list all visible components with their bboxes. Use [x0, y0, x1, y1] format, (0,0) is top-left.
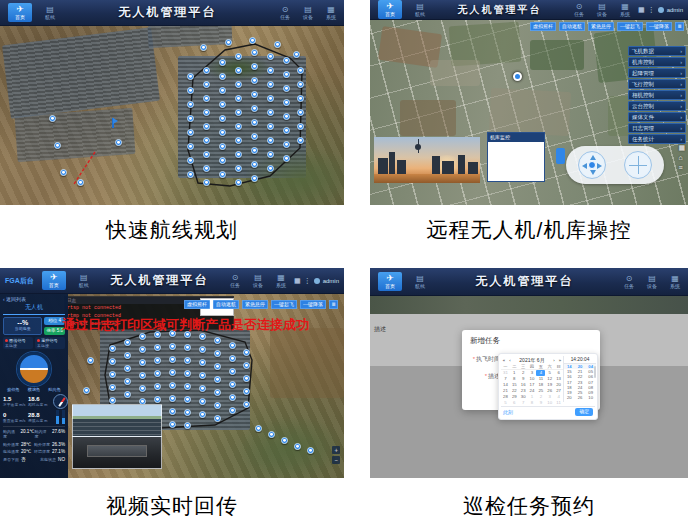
zoom-in-icon[interactable]: ＋: [332, 446, 340, 454]
grid-icon: ▤: [648, 275, 656, 283]
nav-devices[interactable]: ▤设备: [303, 6, 313, 20]
nav-home[interactable]: ✈首页: [42, 271, 66, 290]
nav-tasks[interactable]: ⊙任务: [230, 274, 240, 288]
nav-devices[interactable]: ▤设备: [647, 275, 657, 289]
gauge-bar: [62, 410, 65, 424]
nav-home[interactable]: ✈首页: [378, 0, 402, 19]
more-button[interactable]: ≣: [329, 300, 338, 309]
nav-routes[interactable]: ▤航线: [415, 275, 425, 289]
panel-live-video: FGA后台✈首页▤航线无人机管理平台⊙任务▤设备▦系统▦⋮admin 虚拟摇杆自…: [0, 268, 344, 478]
nav-home[interactable]: ✈首页: [378, 272, 402, 291]
arrow-down-icon[interactable]: [590, 170, 596, 175]
nav-tasks[interactable]: ⊙任务: [280, 6, 290, 20]
waypoint-marker: [251, 147, 258, 154]
menu-item[interactable]: 机库控制›: [628, 57, 686, 67]
waypoint-marker: [139, 385, 146, 392]
nav-routes[interactable]: ▤航线: [79, 274, 89, 288]
menu-item[interactable]: 任务统计›: [628, 134, 686, 144]
home-icon[interactable]: ⌂: [678, 154, 685, 161]
nav-system[interactable]: ▦系统: [670, 275, 680, 289]
map-action-button[interactable]: 一键起飞: [617, 22, 643, 31]
menu-item[interactable]: 飞机数据›: [628, 46, 686, 56]
user-menu[interactable]: ▦⋮admin: [638, 6, 683, 14]
map-action-button[interactable]: 紧急悬停: [242, 300, 268, 309]
nav-system[interactable]: ▦系统: [276, 274, 286, 288]
nav-system[interactable]: ▦系统: [620, 3, 630, 17]
menu-item[interactable]: 日志管理›: [628, 123, 686, 133]
map-action-button[interactable]: 一键降落: [300, 300, 326, 309]
menu-item[interactable]: 云台控制›: [628, 101, 686, 111]
nav-routes[interactable]: ▤航线: [415, 3, 425, 17]
waypoint-marker: [199, 372, 206, 379]
map-action-button[interactable]: 虚拟摇杆: [184, 300, 210, 309]
time-option[interactable]: 20: [564, 395, 575, 400]
waypoint-marker: [267, 81, 274, 88]
waypoint-marker: [154, 396, 161, 403]
list-icon[interactable]: ≡: [678, 164, 685, 171]
nav-home[interactable]: ✈首页: [8, 3, 32, 22]
picker-footer: 此刻 确定: [501, 406, 595, 417]
hangar-monitor-window[interactable]: 机库监控: [487, 132, 545, 182]
map-action-button[interactable]: 一键起飞: [271, 300, 297, 309]
map-patch: [400, 100, 456, 136]
gimbal-joystick[interactable]: [624, 151, 652, 179]
username: admin: [667, 7, 683, 13]
video-feed-aerial[interactable]: [72, 404, 162, 437]
waypoint-marker: [293, 51, 300, 58]
waypoint-marker: [54, 142, 61, 149]
stat-label: 相对高度 m: [28, 402, 51, 407]
waypoint-marker: [297, 67, 304, 74]
plane-icon: ✈: [386, 2, 394, 11]
map-action-button[interactable]: 紧急悬停: [588, 22, 614, 31]
nav-routes[interactable]: ▤航线: [45, 6, 55, 20]
direction-joystick[interactable]: [578, 151, 606, 179]
menu-item-label: 飞行控制: [632, 80, 654, 88]
nav-left: ✈首页▤航线: [42, 271, 89, 290]
menu-item-label: 相机控制: [632, 91, 654, 99]
calendar: « ‹ 2021年 6月 › » 一二三四五六日 311234567891011…: [501, 356, 563, 402]
attitude-label: 航向角: [48, 387, 61, 392]
nav-system[interactable]: ▦系统: [326, 6, 336, 20]
tab-drone[interactable]: 无人机: [3, 302, 65, 315]
scrollbar[interactable]: [594, 366, 596, 378]
map-action-button[interactable]: 一键降落: [646, 22, 672, 31]
video-feed-hangar[interactable]: [72, 437, 162, 469]
more-button[interactable]: ≣: [675, 22, 684, 31]
waypoint-marker: [139, 359, 146, 366]
waypoint-marker: [139, 346, 146, 353]
weekday-label: 二: [510, 364, 519, 369]
nav-devices[interactable]: ▤设备: [597, 3, 607, 17]
waypoint-marker: [267, 165, 274, 172]
plane-icon: ✈: [50, 273, 58, 282]
drone-camera-video[interactable]: [374, 137, 480, 183]
map-action-button[interactable]: 自动返航: [213, 300, 239, 309]
nav-tasks[interactable]: ⊙任务: [574, 3, 584, 17]
menu-item[interactable]: 飞行控制›: [628, 79, 686, 89]
waypoint-marker: [184, 383, 191, 390]
map-action-button[interactable]: 自动返航: [559, 22, 585, 31]
waypoint-marker: [77, 179, 84, 186]
waypoint-marker: [199, 346, 206, 353]
time-option[interactable]: 26: [575, 395, 586, 400]
waypoint-marker: [199, 411, 206, 418]
arrow-up-icon[interactable]: [590, 155, 596, 160]
now-link[interactable]: 此刻: [503, 409, 513, 415]
confirm-button[interactable]: 确定: [575, 408, 593, 416]
nav-tasks[interactable]: ⊙任务: [624, 275, 634, 289]
waypoint-marker: [229, 355, 236, 362]
arrow-right-icon[interactable]: [597, 163, 602, 169]
nav-devices[interactable]: ▤设备: [253, 274, 263, 288]
map-action-button[interactable]: 虚拟摇杆: [530, 22, 556, 31]
arrow-left-icon[interactable]: [582, 163, 587, 169]
joystick-center[interactable]: [588, 161, 596, 169]
time-option[interactable]: 10: [585, 395, 596, 400]
menu-item[interactable]: 相机控制›: [628, 90, 686, 100]
menu-item[interactable]: 媒体文件›: [628, 112, 686, 122]
layers-icon[interactable]: ▦: [678, 144, 685, 151]
menu-item[interactable]: 起降管理›: [628, 68, 686, 78]
zoom-out-icon[interactable]: －: [332, 456, 340, 464]
map-zoom-controls: ＋ －: [332, 446, 340, 464]
user-menu[interactable]: ▦⋮admin: [294, 277, 339, 285]
env-value: NO: [58, 457, 65, 462]
joystick-tab[interactable]: [556, 148, 565, 164]
